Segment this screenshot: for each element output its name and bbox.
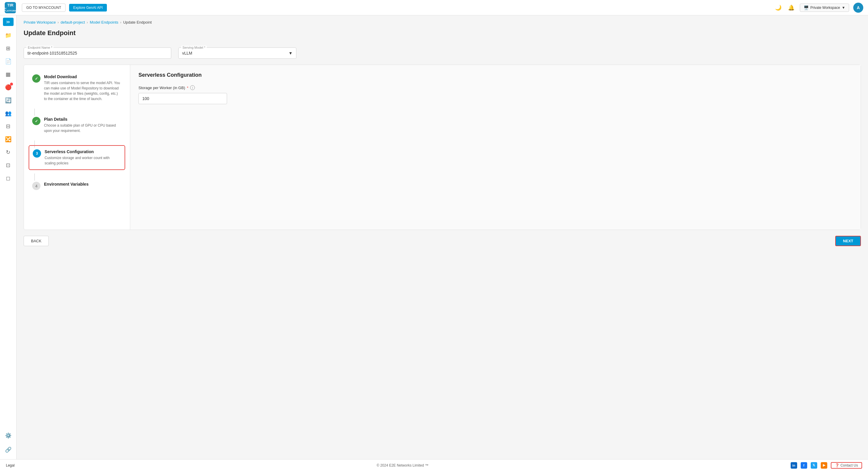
sidebar-item-alert[interactable]: 🔴 (2, 82, 14, 93)
sidebar-item-help[interactable]: 🔗 (2, 444, 14, 456)
breadcrumb-workspace[interactable]: Private Workspace (24, 20, 56, 25)
endpoint-name-group: Endpoint Name * tir-endpoint-10151851252… (24, 43, 171, 59)
sidebar-item-settings[interactable]: ⚙️ (2, 430, 14, 441)
form-row: Endpoint Name * tir-endpoint-10151851252… (24, 43, 861, 59)
back-button[interactable]: BACK (24, 236, 49, 246)
step-config-container: ✓ Model Download TIR uses containers to … (24, 65, 861, 230)
rss-icon[interactable]: ▶ (821, 462, 827, 469)
breadcrumb-sep-3: › (120, 20, 121, 25)
step-2-desc: Choose a suitable plan of GPU or CPU bas… (44, 123, 122, 133)
step-1[interactable]: ✓ Model Download TIR uses containers to … (29, 71, 125, 105)
storage-input[interactable] (138, 93, 227, 104)
breadcrumb-project[interactable]: default-project (61, 20, 85, 25)
step-1-icon: ✓ (32, 74, 40, 83)
linkedin-icon[interactable]: in (790, 462, 797, 469)
step-3[interactable]: 3 Serverless Configuration Customize sto… (29, 145, 125, 170)
logo-icon: TIR AI PLATFORM (5, 2, 16, 13)
step-2[interactable]: ✓ Plan Details Choose a suitable plan of… (29, 113, 125, 137)
step-4[interactable]: 4 Environment Variables (29, 178, 125, 194)
step-2-title: Plan Details (44, 117, 122, 122)
sidebar-item-document[interactable]: 📄 (2, 56, 14, 67)
breadcrumb-sep-2: › (87, 20, 88, 25)
sidebar-item-grid[interactable]: ▦ (2, 68, 14, 80)
question-icon: ❓ (835, 463, 839, 467)
sidebar: ≫ 📁 ⊞ 📄 ▦ 🔴 🔄 👥 ⊟ 🔀 ↻ ⊡ ◻ ⚙️ 🔗 (0, 15, 17, 459)
page-title: Update Endpoint (24, 29, 861, 37)
storage-label-text: Storage per Worker (in GB) (138, 86, 185, 90)
bottom-bar: Legal © 2024 E2E Networks Limited ™ in f… (0, 459, 868, 471)
contact-us-button[interactable]: ❓ Contact Us (831, 462, 862, 469)
twitter-icon[interactable]: 𝕏 (811, 462, 817, 469)
sidebar-item-share[interactable]: 🔀 (2, 133, 14, 145)
sidebar-item-table[interactable]: ⊟ (2, 120, 14, 132)
step-4-content: Environment Variables (44, 182, 122, 190)
step-2-content: Plan Details Choose a suitable plan of G… (44, 117, 122, 133)
breadcrumb-endpoints[interactable]: Model Endpoints (90, 20, 118, 25)
copyright: © 2024 E2E Networks Limited ™ (14, 463, 790, 467)
facebook-icon[interactable]: f (801, 462, 807, 469)
workspace-selector[interactable]: 🖥️ Private Workspace ▼ (800, 4, 849, 12)
myaccount-button[interactable]: GO TO MYACCOUNT (22, 4, 66, 12)
step-3-icon: 3 (33, 149, 41, 158)
user-avatar[interactable]: A (853, 3, 863, 13)
sidebar-toggle[interactable]: ≫ (3, 18, 13, 26)
dark-mode-icon[interactable]: 🌙 (774, 3, 783, 12)
storage-required: * (187, 86, 188, 90)
workspace-chevron-icon: ▼ (842, 6, 845, 10)
steps-panel: ✓ Model Download TIR uses containers to … (24, 65, 130, 229)
step-3-title: Serverless Configuration (44, 149, 121, 154)
step-1-content: Model Download TIR uses containers to se… (44, 74, 122, 101)
serving-model-label: Serving Model * (181, 46, 207, 49)
step-4-icon: 4 (32, 182, 40, 190)
breadcrumb-sep-1: › (58, 20, 59, 25)
serving-model-chevron-icon: ▼ (288, 51, 292, 56)
config-title: Serverless Configuration (138, 72, 852, 78)
step-2-icon: ✓ (32, 117, 40, 125)
social-links: in f 𝕏 ▶ ❓ Contact Us (790, 462, 862, 469)
workspace-label: Private Workspace (810, 6, 840, 10)
sidebar-bottom: ⚙️ 🔗 (2, 430, 14, 457)
genai-button[interactable]: Explore GenAI API (69, 4, 107, 11)
next-button[interactable]: NEXT (835, 236, 861, 246)
breadcrumb: Private Workspace › default-project › Mo… (24, 20, 861, 25)
contact-us-label: Contact Us (841, 463, 858, 467)
sidebar-item-people[interactable]: 👥 (2, 107, 14, 119)
header: TIR AI PLATFORM GO TO MYACCOUNT Explore … (0, 0, 868, 15)
main-content: Private Workspace › default-project › Mo… (17, 15, 868, 471)
storage-info-icon[interactable]: i (190, 85, 195, 90)
step-1-title: Model Download (44, 74, 122, 79)
sidebar-item-container[interactable]: ⊡ (2, 159, 14, 171)
legal-link[interactable]: Legal (6, 463, 14, 467)
breadcrumb-current: Update Endpoint (123, 20, 152, 25)
logo: TIR AI PLATFORM (5, 2, 16, 13)
step-4-title: Environment Variables (44, 182, 122, 187)
step-3-content: Serverless Configuration Customize stora… (44, 149, 121, 166)
sidebar-item-cube[interactable]: ◻ (2, 172, 14, 184)
endpoint-name-label: Endpoint Name * (27, 46, 54, 49)
sidebar-item-refresh[interactable]: 🔄 (2, 94, 14, 106)
serving-model-group: Serving Model * vLLM ▼ (178, 43, 297, 59)
sidebar-item-loop[interactable]: ↻ (2, 146, 14, 158)
serving-model-value: vLLM (182, 51, 192, 56)
header-icons: 🌙 🔔 🖥️ Private Workspace ▼ A (774, 3, 863, 13)
step-1-desc: TIR uses containers to serve the model A… (44, 80, 122, 101)
sidebar-item-folder[interactable]: 📁 (2, 30, 14, 41)
storage-label: Storage per Worker (in GB) * i (138, 85, 852, 90)
alert-badge (10, 83, 13, 86)
notification-icon[interactable]: 🔔 (787, 3, 796, 12)
config-panel: Serverless Configuration Storage per Wor… (130, 65, 861, 229)
sidebar-item-dashboard[interactable]: ⊞ (2, 42, 14, 54)
step-3-desc: Customize storage and worker count with … (44, 155, 121, 166)
